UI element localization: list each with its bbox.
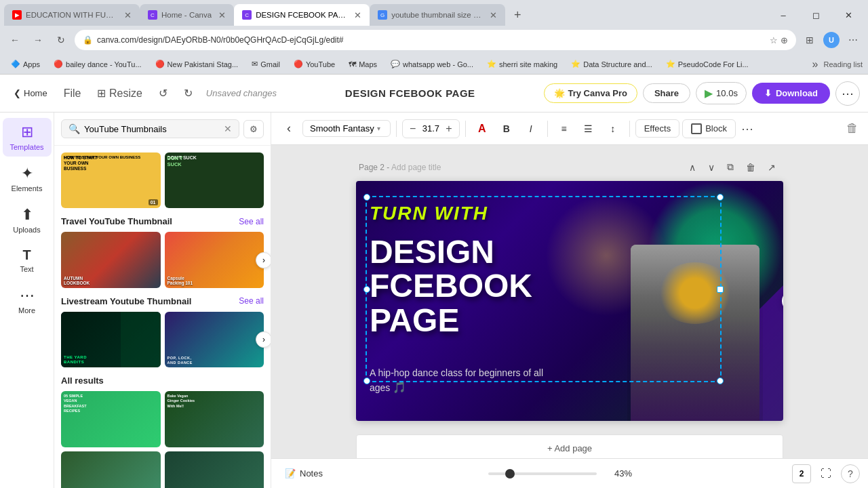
tab-education[interactable]: ▶ EDUCATION WITH FUN - YouTu... ✕ bbox=[4, 4, 140, 26]
spacing-button[interactable]: ↕ bbox=[602, 118, 624, 140]
livestream-next-button[interactable]: › bbox=[256, 331, 271, 348]
thumb-card-dontsuck[interactable]: DON'TSUCK bbox=[165, 152, 264, 208]
tab-design[interactable]: C DESIGN FCEBOOK PAGE - 1280 ... ✕ bbox=[234, 4, 370, 26]
font-size-decrease-button[interactable]: − bbox=[408, 123, 417, 135]
refresh-button[interactable]: ↻ bbox=[52, 30, 71, 49]
search-input[interactable] bbox=[84, 124, 220, 134]
restore-button[interactable]: ◻ bbox=[800, 4, 831, 26]
share-button[interactable]: Share bbox=[643, 83, 690, 103]
forward-button[interactable]: → bbox=[28, 30, 47, 49]
list-button[interactable]: ☰ bbox=[578, 118, 599, 140]
travel-see-all-button[interactable]: See all bbox=[239, 217, 264, 226]
minimize-button[interactable]: – bbox=[768, 4, 799, 26]
new-tab-button[interactable]: + bbox=[508, 5, 527, 24]
help-button[interactable]: ? bbox=[841, 464, 860, 483]
page-collapse-button[interactable]: ∧ bbox=[684, 159, 701, 176]
tab-close-design[interactable]: ✕ bbox=[354, 10, 361, 20]
address-box[interactable]: 🔒 canva.com/design/DAEyORbB-N0/r0b0eQGHr… bbox=[75, 30, 796, 50]
selection-handle-tl[interactable] bbox=[363, 194, 370, 201]
bookmark-pseudocode[interactable]: ⭐ PseudoCode For Li... bbox=[660, 58, 754, 70]
thumb-card-howto[interactable]: HOW TO STARTYOUR OWNBUSINESS 01 bbox=[61, 152, 161, 208]
travel-next-button[interactable]: › bbox=[256, 252, 271, 268]
bookmark-pakistani[interactable]: 🔴 New Pakistani Stag... bbox=[150, 58, 244, 70]
reading-list-label[interactable]: Reading list bbox=[824, 60, 863, 68]
home-button[interactable]: ❮ Home bbox=[8, 84, 53, 102]
sidebar-item-text[interactable]: T Text bbox=[3, 242, 52, 279]
font-dropdown[interactable]: Smooth Fantasy ▾ bbox=[302, 120, 391, 137]
bookmark-maps[interactable]: 🗺 Maps bbox=[343, 59, 382, 70]
redo-button[interactable]: ↻ bbox=[178, 84, 198, 102]
fullscreen-button[interactable]: ⛶ bbox=[816, 464, 835, 483]
bookmark-apps[interactable]: 🔷 Apps bbox=[5, 58, 45, 70]
templates-scroll[interactable]: HOW TO STARTYOUR OWNBUSINESS 01 DON'TSUC… bbox=[54, 146, 271, 488]
add-page-button[interactable]: + Add page bbox=[356, 434, 783, 458]
bold-button[interactable]: B bbox=[496, 118, 517, 140]
more-options-button[interactable]: ⋯ bbox=[835, 81, 860, 106]
design-canvas[interactable]: TURN WITH DESIGN FCEBOOK PAGE bbox=[356, 181, 783, 421]
bookmark-sherri[interactable]: ⭐ sherri site making bbox=[481, 58, 563, 70]
profile-button[interactable]: U bbox=[822, 30, 841, 49]
download-button[interactable]: ⬇ Download bbox=[752, 83, 830, 104]
thumb-card-yard[interactable]: THE YARDBANDITS bbox=[61, 312, 161, 367]
search-input-wrap[interactable]: 🔍 ✕ bbox=[61, 119, 239, 138]
undo-button[interactable]: ↺ bbox=[153, 84, 173, 102]
sidebar-item-uploads[interactable]: ⬆ Uploads bbox=[3, 201, 52, 239]
resize-button[interactable]: ⊞ Resize bbox=[92, 84, 147, 102]
tab-youtube-search[interactable]: G youtube thumbnail size - Googl... ✕ bbox=[370, 4, 505, 26]
page-duplicate-button[interactable]: ⧉ bbox=[722, 159, 738, 176]
page-expand-button[interactable]: ∨ bbox=[703, 159, 719, 176]
tab-close-canva-home[interactable]: ✕ bbox=[218, 10, 226, 20]
file-menu-button[interactable]: File bbox=[58, 85, 87, 102]
font-size-value: 31.7 bbox=[420, 123, 441, 134]
bookmark-youtube[interactable]: 🔴 YouTube bbox=[288, 58, 340, 70]
thumb-card-autumn[interactable]: AUTUMNLOOKBOOK bbox=[61, 232, 161, 287]
page-delete-button[interactable]: 🗑 bbox=[741, 159, 760, 176]
bookmark-datastructure[interactable]: ⭐ Data Structure and... bbox=[566, 58, 658, 70]
try-pro-button[interactable]: 🌟 Try Canva Pro bbox=[544, 83, 637, 103]
font-size-increase-button[interactable]: + bbox=[444, 123, 453, 135]
star-button[interactable]: ☆ bbox=[770, 35, 778, 45]
panel-collapse-button[interactable]: ‹ bbox=[278, 118, 300, 140]
thumb-card-decorate[interactable]: Watch MeDecorate bbox=[61, 451, 161, 488]
bookmark-whatsapp[interactable]: 💬 whatsapp web - Go... bbox=[385, 58, 479, 70]
search-filter-button[interactable]: ⚙ bbox=[243, 120, 264, 138]
effects-button[interactable]: Effects bbox=[635, 119, 680, 138]
page-share-button[interactable]: ↗ bbox=[763, 159, 781, 176]
close-button[interactable]: ✕ bbox=[833, 4, 864, 26]
extensions-button[interactable]: ⊞ bbox=[800, 30, 819, 49]
bookmark-favicon-apps: 🔷 bbox=[11, 60, 20, 68]
delete-button[interactable]: 🗑 bbox=[844, 119, 861, 138]
tab-close-education[interactable]: ✕ bbox=[124, 10, 132, 20]
align-button[interactable]: ≡ bbox=[553, 118, 575, 140]
page-indicator[interactable]: 2 bbox=[792, 464, 811, 483]
settings-button[interactable]: ⋯ bbox=[844, 30, 863, 49]
collection-button[interactable]: ⊕ bbox=[781, 35, 788, 45]
tab-close-youtube[interactable]: ✕ bbox=[490, 10, 497, 20]
livestream-see-all-button[interactable]: See all bbox=[239, 296, 264, 306]
bookmark-favicon-sherri: ⭐ bbox=[487, 60, 496, 68]
notes-button[interactable]: 📝 Notes bbox=[279, 466, 328, 481]
bookmark-label-apps: Apps bbox=[23, 60, 40, 68]
bookmark-gmail[interactable]: ✉ Gmail bbox=[246, 58, 285, 70]
italic-button[interactable]: I bbox=[520, 118, 542, 140]
sidebar-item-more[interactable]: ⋯ More bbox=[3, 281, 52, 320]
more-format-button[interactable]: ⋯ bbox=[738, 119, 756, 139]
play-button[interactable]: ▶ 10.0s bbox=[696, 82, 747, 104]
bookmark-label-pakistani: New Pakistani Stag... bbox=[167, 60, 239, 68]
search-clear-icon[interactable]: ✕ bbox=[224, 123, 232, 134]
tab-home-canva[interactable]: C Home - Canva ✕ bbox=[140, 4, 234, 26]
sidebar-item-templates[interactable]: ⊞ Templates bbox=[3, 118, 52, 157]
thumb-card-vegan1[interactable]: 05 SIMPLEVEGANBREAKFASTRECIPES bbox=[61, 391, 161, 447]
thumb-card-vegan2[interactable]: Bake VeganGinger CookiesWith Me!! bbox=[165, 391, 264, 447]
thumb-card-green2[interactable] bbox=[165, 451, 264, 488]
bookmarks-overflow-button[interactable]: » bbox=[812, 58, 818, 70]
sidebar-item-elements[interactable]: ✦ Elements bbox=[3, 159, 52, 198]
font-color-button[interactable]: A bbox=[471, 118, 493, 140]
thumb-card-pop[interactable]: POP, LOCK,AND DANCE bbox=[165, 312, 264, 367]
canvas-scroll[interactable]: Page 2 - Add page title ∧ ∨ ⧉ bbox=[271, 145, 868, 458]
thumb-card-capsule[interactable]: CapsulePacking 101 bbox=[165, 232, 264, 287]
bookmark-bailey[interactable]: 🔴 bailey dance - YouTu... bbox=[48, 58, 147, 70]
back-button[interactable]: ← bbox=[5, 30, 24, 49]
zoom-slider[interactable] bbox=[488, 472, 597, 475]
block-button[interactable]: Block bbox=[682, 119, 736, 138]
